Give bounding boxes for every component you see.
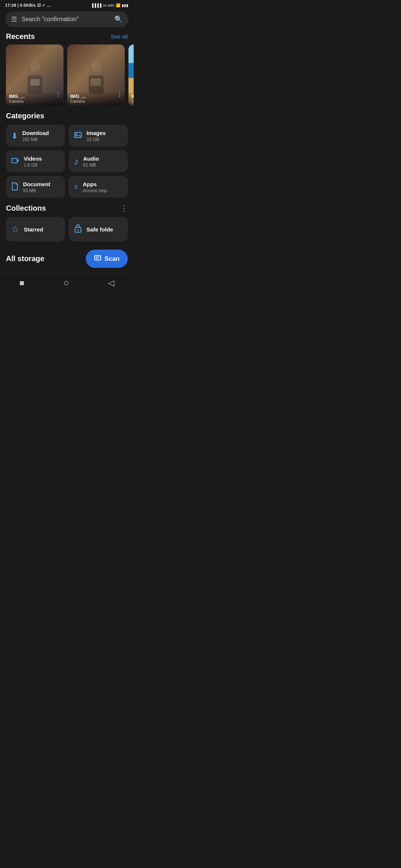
starred-label: Starred: [24, 226, 43, 233]
signal-icon: ▐▐▐▐: [91, 3, 101, 7]
photo1-name: IMG_...: [9, 93, 61, 99]
svg-point-3: [30, 61, 40, 72]
collections-header: Collections ⋮: [6, 204, 128, 213]
nav-square-button[interactable]: ■: [19, 278, 24, 288]
svg-rect-5: [36, 71, 39, 72]
audio-label: Audio: [83, 155, 99, 162]
download-info: Download 292 MB: [22, 130, 49, 142]
collections-title: Collections: [6, 204, 46, 213]
download-label: Download: [22, 130, 49, 136]
audio-icon: ♪: [74, 156, 79, 167]
photo1-source: Camera: [9, 99, 61, 103]
svg-rect-25: [95, 256, 101, 260]
audio-size: 61 MB: [83, 162, 99, 168]
bottom-section: All storage Scan: [0, 247, 134, 273]
photo2-name: IMG_...: [70, 93, 122, 99]
all-storage-title: All storage: [6, 254, 44, 263]
videos-icon: [11, 157, 19, 167]
videos-size: 1.8 GB: [24, 162, 42, 168]
recents-header: Recents See all: [0, 31, 134, 45]
svg-rect-27: [96, 258, 98, 259]
download-size: 292 MB: [22, 137, 49, 142]
download-icon: ⬇: [11, 131, 18, 141]
categories-header: Categories: [6, 112, 128, 120]
svg-rect-4: [31, 71, 33, 72]
photo3-name: IMG_...: [131, 93, 134, 99]
svg-rect-15: [128, 63, 134, 78]
collections-grid: ☆ Starred Safe folde: [6, 217, 128, 241]
videos-info: Videos 1.8 GB: [24, 155, 42, 168]
see-all-button[interactable]: See all: [111, 33, 128, 40]
categories-title: Categories: [6, 112, 44, 120]
category-audio[interactable]: ♪ Audio 61 MB: [69, 150, 128, 172]
vowifi-label: Vo WiFi: [103, 4, 114, 7]
svg-rect-2: [30, 79, 40, 86]
images-label: Images: [87, 130, 106, 136]
images-info: Images 23 GB: [87, 130, 106, 142]
photo3-source: Camera: [131, 99, 134, 103]
scan-button[interactable]: Scan: [86, 250, 128, 268]
category-download[interactable]: ⬇ Download 292 MB: [6, 125, 65, 147]
document-label: Document: [23, 181, 50, 187]
status-network: 0.5KB/s: [20, 3, 36, 7]
svg-rect-14: [128, 45, 134, 63]
images-size: 23 GB: [87, 137, 106, 142]
photo2-source: Camera: [70, 99, 122, 103]
photo1-placeholder: [20, 57, 50, 94]
svg-rect-26: [96, 257, 100, 257]
photo1-overlay: IMG_... Camera: [6, 91, 63, 106]
scan-icon: [94, 254, 101, 263]
recent-item-1[interactable]: ⋮ IMG_... Camera: [6, 45, 63, 106]
status-time-network: 17:28 | 0.5KB/s ☑ ✓ …: [5, 3, 51, 8]
nav-back-button[interactable]: ◁: [108, 278, 114, 288]
apps-label: Apps: [83, 181, 107, 187]
audio-info: Audio 61 MB: [83, 155, 99, 168]
search-icon[interactable]: 🔍: [114, 15, 123, 23]
nav-circle-button[interactable]: ○: [63, 277, 69, 289]
category-document[interactable]: Document 53 MB: [6, 176, 65, 198]
battery-icon: ▮▮▮: [122, 3, 128, 7]
collections-section: Collections ⋮ ☆ Starred Safe folde: [0, 204, 134, 247]
recents-scroll: ⋮ IMG_... Camera ⋮ IMG_... Camera: [0, 45, 134, 112]
svg-point-9: [91, 61, 101, 72]
svg-point-24: [77, 229, 79, 231]
categories-section: Categories ⬇ Download 292 MB Images 23 G…: [0, 112, 134, 204]
images-icon: [74, 131, 82, 141]
collection-safe-folder[interactable]: Safe folde: [69, 217, 128, 241]
photo2-placeholder: [81, 57, 111, 94]
collection-starred[interactable]: ☆ Starred: [6, 217, 65, 241]
scan-label: Scan: [104, 255, 120, 263]
status-icons: ▐▐▐▐ Vo WiFi 📶 ▮▮▮: [91, 3, 128, 7]
apps-info: Apps Access requ: [83, 181, 107, 193]
search-bar[interactable]: ☰ Search "confirmation" 🔍: [5, 11, 128, 27]
safe-folder-icon: [74, 224, 82, 235]
safe-folder-label: Safe folde: [87, 226, 113, 233]
videos-label: Videos: [24, 155, 42, 162]
document-info: Document 53 MB: [23, 181, 50, 193]
apps-icon: ⠿: [74, 184, 78, 190]
recent-item-2[interactable]: ⋮ IMG_... Camera: [67, 45, 125, 106]
starred-icon: ☆: [11, 224, 19, 234]
svg-rect-8: [91, 78, 101, 86]
document-icon: [11, 182, 19, 193]
category-apps[interactable]: ⠿ Apps Access requ: [69, 176, 128, 198]
recent-item-3[interactable]: IMG_... Camera: [128, 45, 134, 106]
categories-grid: ⬇ Download 292 MB Images 23 GB: [6, 125, 128, 198]
apps-size: Access requ: [83, 188, 107, 193]
category-images[interactable]: Images 23 GB: [69, 125, 128, 147]
hamburger-menu-icon[interactable]: ☰: [11, 15, 17, 23]
svg-rect-11: [98, 71, 100, 72]
document-size: 53 MB: [23, 188, 50, 193]
category-videos[interactable]: Videos 1.8 GB: [6, 150, 65, 172]
photo2-overlay: IMG_... Camera: [67, 91, 125, 106]
collections-more-icon[interactable]: ⋮: [120, 204, 128, 213]
status-time: 17:28: [5, 3, 16, 7]
status-bar: 17:28 | 0.5KB/s ☑ ✓ … ▐▐▐▐ Vo WiFi 📶 ▮▮▮: [0, 0, 134, 9]
wifi-icon: 📶: [116, 3, 120, 7]
svg-rect-10: [92, 71, 95, 72]
photo3-overlay: IMG_... Camera: [128, 91, 134, 106]
recents-title: Recents: [6, 32, 35, 41]
nav-bar: ■ ○ ◁: [0, 273, 134, 294]
svg-rect-22: [12, 158, 17, 163]
search-input[interactable]: Search "confirmation": [22, 16, 110, 23]
